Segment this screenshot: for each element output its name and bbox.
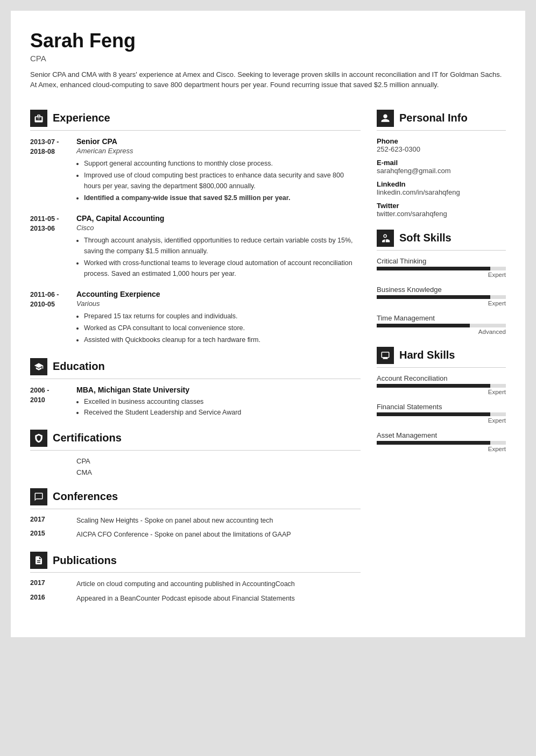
skill-name: Time Management bbox=[377, 314, 506, 322]
info-field: Twitter twitter.com/sarahqfeng bbox=[377, 202, 506, 218]
personal-info-fields: Phone 252-623-0300 E-mail sarahqfeng@gma… bbox=[377, 137, 506, 218]
info-label: LinkedIn bbox=[377, 180, 506, 188]
skill-level: Expert bbox=[377, 300, 506, 306]
graduation-icon bbox=[34, 362, 44, 372]
certifications-list: CPACMA bbox=[76, 457, 361, 476]
publication-entry: 2016 Appeared in a BeanCounter Podcast e… bbox=[30, 594, 361, 604]
monitor-icon bbox=[380, 351, 390, 360]
exp-bullets: Through account analysis, identified opp… bbox=[76, 235, 361, 279]
info-field: Phone 252-623-0300 bbox=[377, 137, 506, 153]
bullet-item: Prepared 15 tax returns for couples and … bbox=[84, 311, 361, 322]
cert-item: CMA bbox=[76, 468, 361, 476]
skill-entry: Account Reconciliation Expert bbox=[377, 374, 506, 395]
exp-job-title: Accounting Exerpience bbox=[76, 290, 361, 298]
experience-entries: 2013-07 -2018-08 Senior CPA American Exp… bbox=[30, 137, 361, 346]
skill-entry: Asset Management Expert bbox=[377, 431, 506, 452]
certifications-header: Certifications bbox=[30, 430, 361, 451]
skill-level: Expert bbox=[377, 446, 506, 452]
exp-content: CPA, Capital Accounting Cisco Through ac… bbox=[76, 214, 361, 280]
bullet-item: Support general accounting functions to … bbox=[84, 158, 361, 169]
skill-entry: Critical Thinking Expert bbox=[377, 257, 506, 278]
pub-text: Appeared in a BeanCounter Podcast episod… bbox=[76, 594, 295, 604]
edu-content: MBA, Michigan State University Excelled … bbox=[76, 386, 361, 418]
hard-skills-header: Hard Skills bbox=[377, 347, 506, 368]
resume-header: Sarah Feng CPA Senior CPA and CMA with 8… bbox=[30, 30, 506, 101]
publications-section: Publications 2017 Article on cloud compu… bbox=[30, 552, 361, 604]
skill-name: Critical Thinking bbox=[377, 257, 506, 265]
exp-content: Senior CPA American Express Support gene… bbox=[76, 137, 361, 204]
bullet-item: Worked as CPA consultant to local conven… bbox=[84, 323, 361, 333]
skill-bar-fill bbox=[377, 295, 490, 299]
pub-year: 2017 bbox=[30, 579, 69, 589]
hard-skills-icon bbox=[377, 347, 394, 364]
certificate-icon bbox=[34, 433, 44, 443]
person-icon bbox=[380, 113, 390, 123]
info-label: Twitter bbox=[377, 202, 506, 210]
skill-name: Business Knowledge bbox=[377, 286, 506, 294]
exp-company: Cisco bbox=[76, 224, 361, 232]
skill-bar-fill bbox=[377, 267, 490, 270]
info-value: sarahqfeng@gmail.com bbox=[377, 167, 506, 175]
exp-dates: 2011-05 -2013-06 bbox=[30, 214, 69, 280]
skill-bar-fill bbox=[377, 384, 490, 388]
skill-entry: Financial Statements Expert bbox=[377, 403, 506, 424]
info-label: E-mail bbox=[377, 159, 506, 167]
experience-section: Experience 2013-07 -2018-08 Senior CPA A… bbox=[30, 110, 361, 346]
conferences-icon bbox=[30, 488, 47, 505]
conf-text: Scaling New Heights - Spoke on panel abo… bbox=[76, 516, 273, 526]
pub-year: 2016 bbox=[30, 594, 69, 604]
skill-bar-fill bbox=[377, 324, 470, 327]
skill-name: Account Reconciliation bbox=[377, 374, 506, 382]
chat-icon bbox=[34, 492, 44, 502]
hard-skills-section: Hard Skills Account Reconciliation Exper… bbox=[377, 347, 506, 452]
hard-skills-title: Hard Skills bbox=[399, 349, 455, 361]
exp-dates: 2011-06 -2010-05 bbox=[30, 290, 69, 346]
skill-bar-bg bbox=[377, 412, 506, 416]
info-value: linkedin.com/in/sarahqfeng bbox=[377, 188, 506, 196]
soft-skills-title: Soft Skills bbox=[399, 232, 452, 244]
education-entries: 2006 -2010 MBA, Michigan State Universit… bbox=[30, 386, 361, 418]
info-field: LinkedIn linkedin.com/in/sarahqfeng bbox=[377, 180, 506, 196]
soft-skills-icon bbox=[377, 230, 394, 247]
exp-content: Accounting Exerpience Various Prepared 1… bbox=[76, 290, 361, 346]
certifications-icon bbox=[30, 430, 47, 447]
skill-bar-fill bbox=[377, 412, 490, 416]
exp-company: American Express bbox=[76, 147, 361, 155]
info-value: 252-623-0300 bbox=[377, 145, 506, 153]
skill-name: Financial Statements bbox=[377, 403, 506, 411]
conferences-entries: 2017 Scaling New Heights - Spoke on pane… bbox=[30, 516, 361, 540]
bullet-item: Assisted with Quickbooks cleanup for a t… bbox=[84, 334, 361, 345]
skill-bar-bg bbox=[377, 324, 506, 327]
briefcase-icon bbox=[34, 113, 44, 123]
exp-job-title: Senior CPA bbox=[76, 137, 361, 146]
skill-bar-bg bbox=[377, 267, 506, 270]
exp-company: Various bbox=[76, 299, 361, 308]
publication-entry: 2017 Article on cloud computing and acco… bbox=[30, 579, 361, 589]
education-section: Education 2006 -2010 MBA, Michigan State… bbox=[30, 358, 361, 418]
info-value: twitter.com/sarahqfeng bbox=[377, 210, 506, 218]
certifications-title: Certifications bbox=[53, 432, 122, 444]
soft-skills-entries: Critical Thinking Expert Business Knowle… bbox=[377, 257, 506, 335]
personal-info-icon bbox=[377, 110, 394, 127]
conference-entry: 2015 AICPA CFO Conference - Spoke on pan… bbox=[30, 530, 361, 540]
exp-job-title: CPA, Capital Accounting bbox=[76, 214, 361, 223]
skill-level: Expert bbox=[377, 272, 506, 278]
edu-dates: 2006 -2010 bbox=[30, 386, 69, 418]
exp-bullets: Support general accounting functions to … bbox=[76, 158, 361, 203]
exp-bullets: Prepared 15 tax returns for couples and … bbox=[76, 311, 361, 345]
skill-level: Expert bbox=[377, 417, 506, 424]
personal-info-section: Personal Info Phone 252-623-0300 E-mail … bbox=[377, 110, 506, 218]
handshake-icon bbox=[380, 233, 390, 243]
exp-dates: 2013-07 -2018-08 bbox=[30, 137, 69, 204]
conference-entry: 2017 Scaling New Heights - Spoke on pane… bbox=[30, 516, 361, 526]
edu-degree: MBA, Michigan State University bbox=[76, 386, 361, 394]
pub-text: Article on cloud computing and accountin… bbox=[76, 579, 295, 589]
publications-title: Publications bbox=[53, 554, 117, 567]
education-icon bbox=[30, 358, 47, 375]
publications-header: Publications bbox=[30, 552, 361, 573]
personal-info-title: Personal Info bbox=[399, 112, 468, 124]
soft-skills-section: Soft Skills Critical Thinking Expert Bus… bbox=[377, 230, 506, 335]
candidate-title: CPA bbox=[30, 54, 506, 63]
hard-skills-entries: Account Reconciliation Expert Financial … bbox=[377, 374, 506, 452]
skill-entry: Business Knowledge Expert bbox=[377, 286, 506, 306]
